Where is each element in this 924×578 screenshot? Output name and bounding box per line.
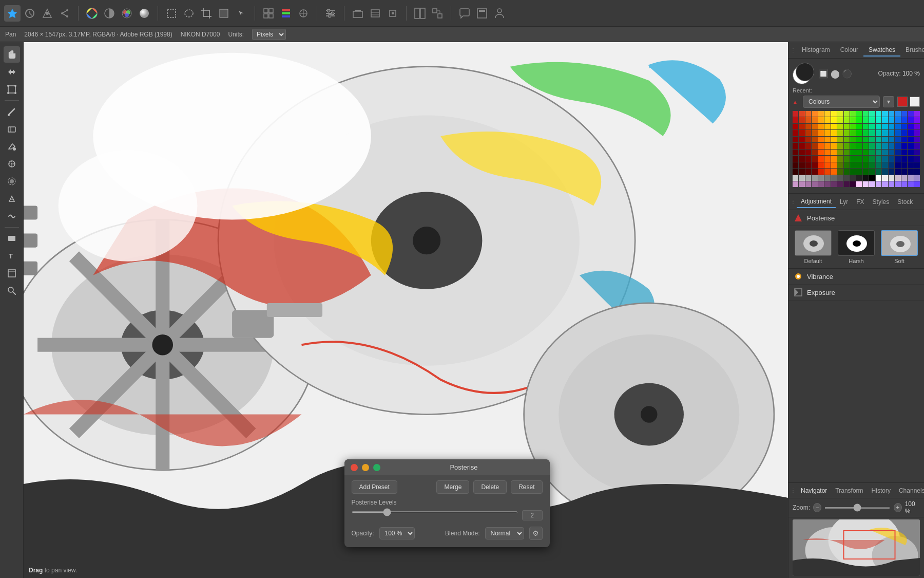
color-swatch-cell[interactable]: [856, 143, 862, 148]
color-swatch-cell[interactable]: [824, 143, 830, 148]
color-swatch-cell[interactable]: [876, 156, 881, 161]
color-swatch-cell[interactable]: [869, 181, 875, 187]
tab-fx[interactable]: FX: [852, 196, 868, 208]
person-btn[interactable]: [491, 5, 508, 22]
swatch-dropdown[interactable]: Colours Swatches: [803, 96, 880, 108]
contrast-btn[interactable]: [101, 5, 118, 22]
color-swatch-cell[interactable]: [901, 143, 907, 148]
layers-panel-btn[interactable]: [474, 5, 490, 22]
color-swatch-cell[interactable]: [818, 117, 824, 123]
color-swatch-cell[interactable]: [876, 181, 881, 187]
color-swatch-cell[interactable]: [908, 111, 913, 117]
color-swatch-cell[interactable]: [876, 111, 881, 117]
color-swatch-cell[interactable]: [889, 117, 894, 123]
dropper-icon[interactable]: ⬤: [831, 69, 840, 79]
color-swatch-cell[interactable]: [831, 117, 837, 123]
color-swatch-cell[interactable]: [856, 150, 862, 155]
color-swatch-cell[interactable]: [863, 124, 869, 129]
color-swatch-cell[interactable]: [856, 156, 862, 161]
color-swatch-cell[interactable]: [882, 156, 888, 161]
color-swatch-cell[interactable]: [869, 143, 875, 148]
zoom-in-btn[interactable]: +: [894, 503, 902, 512]
brush-options-btn[interactable]: [295, 5, 312, 22]
color-swatch-cell[interactable]: [805, 162, 811, 168]
color-swatch-cell[interactable]: [799, 162, 804, 168]
color-swatch-cell[interactable]: [818, 156, 824, 161]
sphere-btn[interactable]: [136, 5, 152, 22]
color-swatch-cell[interactable]: [812, 169, 817, 174]
color-swatch-cell[interactable]: [812, 143, 817, 148]
color-swatch-cell[interactable]: [844, 143, 850, 148]
color-swatch-cell[interactable]: [895, 111, 900, 117]
color-swatch-cell[interactable]: [805, 156, 811, 161]
color-swatch-cell[interactable]: [824, 150, 830, 155]
color-swatch-cell[interactable]: [793, 169, 798, 174]
color-swatch-cell[interactable]: [901, 169, 907, 174]
color-swatch-cell[interactable]: [844, 111, 850, 117]
color-swatch-cell[interactable]: [831, 181, 837, 187]
color-swatch-cell[interactable]: [914, 175, 920, 181]
color-swatch-cell[interactable]: [876, 150, 881, 155]
columns-btn[interactable]: [412, 5, 428, 22]
color-swatch-cell[interactable]: [837, 124, 843, 129]
liquify-tool[interactable]: [4, 208, 20, 225]
blend-settings-btn[interactable]: ⚙: [529, 527, 543, 540]
color-swatch-cell[interactable]: [895, 143, 900, 148]
color-swatch-cell[interactable]: [793, 111, 798, 117]
color-swatch-cell[interactable]: [850, 181, 856, 187]
color-swatch-cell[interactable]: [793, 156, 798, 161]
color-swatch-cell[interactable]: [850, 169, 856, 174]
color-swatch-cell[interactable]: [799, 169, 804, 174]
color-swatch-cell[interactable]: [818, 124, 824, 129]
preset-harsh[interactable]: Harsh: [836, 230, 877, 264]
color-swatch-cell[interactable]: [799, 111, 804, 117]
color-swatch-cell[interactable]: [901, 124, 907, 129]
color-swatch-cell[interactable]: [882, 150, 888, 155]
color-swatch-cell[interactable]: [850, 111, 856, 117]
pixel-select-btn[interactable]: [216, 5, 232, 22]
color-swatch-cell[interactable]: [895, 130, 900, 136]
clone-tool[interactable]: [4, 156, 20, 172]
ellipse-marquee-btn[interactable]: [181, 5, 197, 22]
shadow-tool[interactable]: [4, 191, 20, 207]
color-swatch-cell[interactable]: [901, 137, 907, 142]
color-swatch-cell[interactable]: [876, 137, 881, 142]
color-swatch-cell[interactable]: [882, 137, 888, 142]
color-swatch-cell[interactable]: [837, 181, 843, 187]
tab-histogram[interactable]: Histogram: [797, 44, 835, 57]
color-swatch-cell[interactable]: [824, 156, 830, 161]
color-swatch-cell[interactable]: [850, 156, 856, 161]
color-swatch-cell[interactable]: [882, 111, 888, 117]
color-swatch-cell[interactable]: [895, 162, 900, 168]
color-swatch-cell[interactable]: [812, 156, 817, 161]
color-swatch-cell[interactable]: [831, 175, 837, 181]
tab-stock[interactable]: Stock: [893, 196, 917, 208]
color-swatch-cell[interactable]: [856, 162, 862, 168]
color-swatch-cell[interactable]: [799, 124, 804, 129]
levels-slider[interactable]: [352, 511, 518, 513]
tab-channels[interactable]: Channels: [895, 485, 924, 496]
color-swatch-cell[interactable]: [869, 150, 875, 155]
tab-swatches[interactable]: Swatches: [863, 44, 900, 57]
color-swatch-cell[interactable]: [793, 117, 798, 123]
color-swatch-cell[interactable]: [837, 150, 843, 155]
color-swatch-cell[interactable]: [876, 162, 881, 168]
color-swatch-cell[interactable]: [844, 175, 850, 181]
fg-color-circle[interactable]: [796, 63, 814, 81]
color-swatch-cell[interactable]: [824, 111, 830, 117]
color-swatch-cell[interactable]: [882, 143, 888, 148]
color-swatch-cell[interactable]: [812, 181, 817, 187]
color-swatch-cell[interactable]: [914, 124, 920, 129]
color-swatch-cell[interactable]: [882, 124, 888, 129]
color-swatch-cell[interactable]: [908, 175, 913, 181]
color-swatch-cell[interactable]: [908, 117, 913, 123]
color-swatch-cell[interactable]: [824, 175, 830, 181]
color-swatch-cell[interactable]: [805, 143, 811, 148]
color-swatch-cell[interactable]: [908, 181, 913, 187]
color-swatch-cell[interactable]: [818, 111, 824, 117]
color-dot[interactable]: ⚫: [842, 69, 852, 79]
blend-select[interactable]: Normal Multiply Screen Overlay: [485, 527, 524, 539]
color-swatch-cell[interactable]: [856, 111, 862, 117]
hsl-btn[interactable]: [119, 5, 135, 22]
transform-tool[interactable]: [4, 81, 20, 98]
